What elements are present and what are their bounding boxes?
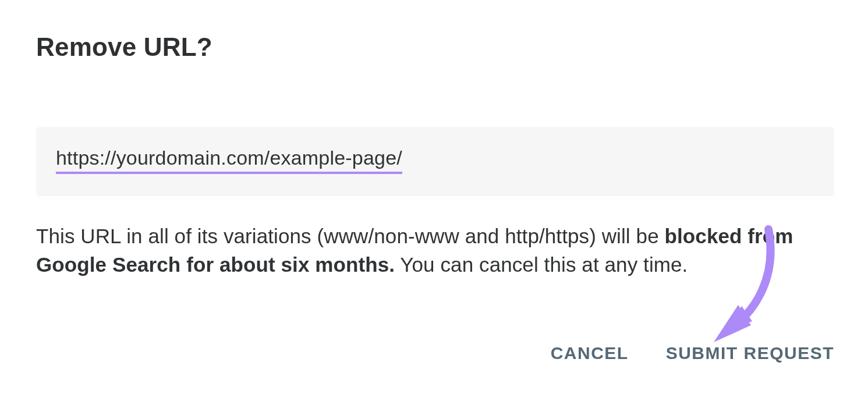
url-input-underline: https://yourdomain.com/example-page/	[56, 147, 402, 174]
dialog-actions: CANCEL SUBMIT REQUEST	[551, 343, 834, 363]
svg-marker-0	[714, 306, 752, 342]
svg-marker-1	[714, 305, 751, 342]
dialog-title: Remove URL?	[36, 33, 834, 62]
submit-request-button[interactable]: SUBMIT REQUEST	[666, 343, 834, 363]
url-input[interactable]: https://yourdomain.com/example-page/	[56, 147, 402, 169]
description-prefix: This URL in all of its variations (www/n…	[36, 225, 665, 247]
url-input-container: https://yourdomain.com/example-page/	[36, 127, 834, 196]
remove-url-dialog: Remove URL? https://yourdomain.com/examp…	[0, 0, 868, 405]
dialog-description: This URL in all of its variations (www/n…	[36, 222, 834, 279]
cancel-button[interactable]: CANCEL	[551, 343, 629, 363]
description-suffix: You can cancel this at any time.	[395, 253, 688, 276]
